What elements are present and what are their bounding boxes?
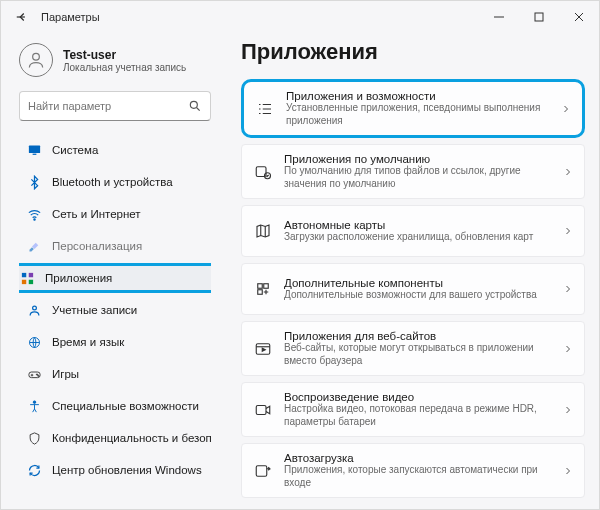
page-title: Приложения	[241, 39, 585, 65]
sidebar-item-label: Центр обновления Windows	[52, 464, 202, 476]
sidebar-item-label: Конфиденциальность и безопас	[52, 432, 211, 444]
card-video-playback[interactable]: Воспроизведение видео Настройка видео, п…	[241, 382, 585, 437]
wifi-icon	[27, 207, 42, 222]
svg-rect-8	[22, 279, 26, 283]
minimize-button[interactable]	[479, 1, 519, 33]
card-subtitle: Веб-сайты, которые могут открываться в п…	[284, 342, 550, 367]
chevron-right-icon	[560, 103, 572, 115]
chevron-right-icon	[562, 343, 574, 355]
svg-point-13	[36, 373, 37, 374]
chevron-right-icon	[562, 465, 574, 477]
website-icon	[254, 340, 272, 358]
titlebar: Параметры	[1, 1, 599, 33]
svg-rect-4	[33, 153, 37, 154]
card-subtitle: Приложения, которые запускаются автомати…	[284, 464, 550, 489]
svg-rect-3	[29, 145, 40, 153]
card-subtitle: Дополнительные возможности для вашего ус…	[284, 289, 550, 302]
default-apps-icon	[254, 163, 272, 181]
sidebar-item-network[interactable]: Сеть и Интернет	[19, 199, 211, 229]
bluetooth-icon	[27, 175, 42, 190]
sidebar-item-label: Bluetooth и устройства	[52, 176, 173, 188]
card-offline-maps[interactable]: Автономные карты Загрузки расположение х…	[241, 205, 585, 257]
content-area: Test-user Локальная учетная запись Систе…	[1, 33, 599, 509]
card-apps-websites[interactable]: Приложения для веб-сайтов Веб-сайты, кот…	[241, 321, 585, 376]
search-input[interactable]	[28, 100, 188, 112]
card-title: Дополнительные компоненты	[284, 277, 550, 289]
sidebar-item-privacy[interactable]: Конфиденциальность и безопас	[19, 423, 211, 453]
sidebar-item-system[interactable]: Система	[19, 135, 211, 165]
svg-rect-9	[29, 279, 33, 283]
svg-point-5	[34, 218, 35, 219]
card-subtitle: Загрузки расположение хранилища, обновле…	[284, 231, 550, 244]
sidebar-item-personalization[interactable]: Персонализация	[19, 231, 211, 261]
sidebar-item-label: Приложения	[45, 272, 112, 284]
card-title: Приложения по умолчанию	[284, 153, 550, 165]
shield-icon	[27, 431, 42, 446]
card-optional-features[interactable]: Дополнительные компоненты Дополнительные…	[241, 263, 585, 315]
settings-window: Параметры Test-user Локальная учетная за…	[0, 0, 600, 510]
chevron-right-icon	[562, 404, 574, 416]
map-icon	[254, 222, 272, 240]
video-icon	[254, 401, 272, 419]
svg-rect-18	[258, 284, 263, 289]
components-icon	[254, 280, 272, 298]
card-subtitle: Установленные приложения, псевдонимы вып…	[286, 102, 548, 127]
chevron-right-icon	[562, 283, 574, 295]
sidebar-item-accounts[interactable]: Учетные записи	[19, 295, 211, 325]
card-title: Воспроизведение видео	[284, 391, 550, 403]
card-title: Автономные карты	[284, 219, 550, 231]
search-input-wrapper[interactable]	[19, 91, 211, 121]
sidebar-item-label: Время и язык	[52, 336, 124, 348]
chevron-right-icon	[562, 166, 574, 178]
svg-point-15	[33, 400, 36, 403]
card-subtitle: По умолчанию для типов файлов и ссылок, …	[284, 165, 550, 190]
maximize-icon	[534, 12, 544, 22]
window-controls	[479, 1, 599, 33]
card-text: Автономные карты Загрузки расположение х…	[284, 219, 550, 244]
card-default-apps[interactable]: Приложения по умолчанию По умолчанию для…	[241, 144, 585, 199]
globe-icon	[27, 335, 42, 350]
sidebar-item-accessibility[interactable]: Специальные возможности	[19, 391, 211, 421]
card-startup[interactable]: Автозагрузка Приложения, которые запуска…	[241, 443, 585, 498]
sidebar-item-time-language[interactable]: Время и язык	[19, 327, 211, 357]
card-text: Приложения для веб-сайтов Веб-сайты, кот…	[284, 330, 550, 367]
apps-icon	[20, 271, 35, 286]
sidebar: Test-user Локальная учетная запись Систе…	[1, 33, 221, 509]
svg-rect-6	[22, 272, 26, 276]
sidebar-item-apps[interactable]: Приложения	[19, 263, 211, 293]
user-subtitle: Локальная учетная запись	[63, 62, 186, 73]
maximize-button[interactable]	[519, 1, 559, 33]
card-title: Автозагрузка	[284, 452, 550, 464]
list-icon	[256, 100, 274, 118]
svg-point-14	[38, 375, 39, 376]
card-apps-features[interactable]: Приложения и возможности Установленные п…	[241, 79, 585, 138]
svg-point-2	[190, 101, 197, 108]
update-icon	[27, 463, 42, 478]
minimize-icon	[494, 12, 504, 22]
back-button[interactable]	[13, 8, 31, 26]
sidebar-item-label: Специальные возможности	[52, 400, 199, 412]
svg-rect-0	[535, 13, 543, 21]
nav-list: Система Bluetooth и устройства Сеть и Ин…	[19, 135, 211, 485]
sidebar-item-update[interactable]: Центр обновления Windows	[19, 455, 211, 485]
window-title: Параметры	[41, 11, 479, 23]
card-text: Автозагрузка Приложения, которые запуска…	[284, 452, 550, 489]
search-icon	[188, 99, 202, 113]
settings-cards: Приложения и возможности Установленные п…	[241, 79, 585, 498]
user-profile[interactable]: Test-user Локальная учетная запись	[19, 43, 211, 77]
sidebar-item-bluetooth[interactable]: Bluetooth и устройства	[19, 167, 211, 197]
svg-rect-7	[29, 272, 33, 276]
arrow-left-icon	[15, 10, 29, 24]
brush-icon	[27, 239, 42, 254]
sidebar-item-gaming[interactable]: Игры	[19, 359, 211, 389]
sidebar-item-label: Учетные записи	[52, 304, 137, 316]
display-icon	[27, 143, 42, 158]
gamepad-icon	[27, 367, 42, 382]
close-button[interactable]	[559, 1, 599, 33]
card-subtitle: Настройка видео, потоковая передача в ре…	[284, 403, 550, 428]
sidebar-item-label: Система	[52, 144, 98, 156]
svg-rect-19	[264, 284, 269, 289]
sidebar-item-label: Игры	[52, 368, 79, 380]
svg-rect-20	[258, 290, 263, 295]
card-text: Приложения и возможности Установленные п…	[286, 90, 548, 127]
